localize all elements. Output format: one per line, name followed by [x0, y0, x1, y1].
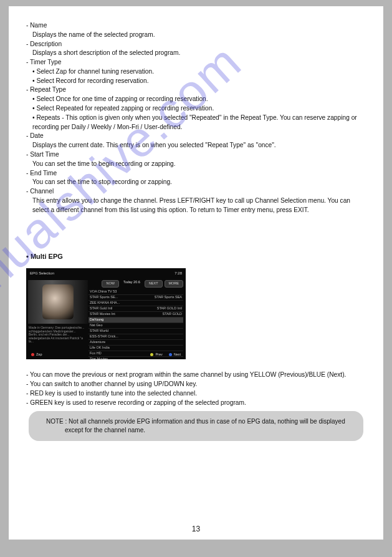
list-item: ZEE KHANA KHA... — [88, 301, 183, 306]
zap-label: Zap — [36, 352, 42, 356]
timer-type-b1: • Select Zap for channel tuning reservat… — [26, 67, 366, 77]
section-repeat-type: - Repeat Type • Select Once for one time… — [26, 85, 366, 132]
manual-page: manualshive.com - Name Displays the name… — [9, 6, 383, 540]
epg-more-button[interactable]: MORE — [165, 280, 184, 288]
name-desc: Displays the name of the selected progra… — [26, 31, 366, 40]
red-dot-icon — [31, 353, 34, 356]
blue-dot-icon — [169, 353, 172, 356]
section-name: - Name Displays the name of the selected… — [26, 21, 366, 40]
multi-epg-b1: - You can move the previous or next prog… — [26, 371, 366, 380]
repeat-type-b1: • Select Once for one time of zapping or… — [26, 95, 366, 104]
timer-type-b2: • Select Record for recording reservatio… — [26, 77, 366, 86]
list-item: STAR World — [88, 329, 183, 334]
start-time-label: - Start Time — [26, 150, 366, 160]
list-item: STAR Sports SE...STAR Sports SEA — [88, 295, 183, 301]
section-channel: - Channel This entry allows you to chang… — [26, 187, 366, 215]
channel-label: - Channel — [26, 187, 366, 196]
list-item: STAR Gold IntlSTAR GOLD Intl — [88, 306, 183, 312]
yellow-dot-icon — [150, 353, 153, 356]
multi-epg-heading: • Multi EPG — [26, 252, 366, 262]
multi-epg-b3: - RED key is used to instantly tune into… — [26, 389, 366, 399]
multi-epg-b4: - GREEN key is used to reserve recording… — [26, 399, 366, 408]
description-label: - Description — [26, 40, 366, 49]
repeat-type-b2: • Select Repeated for repeated zapping o… — [26, 104, 366, 114]
repeat-type-label: - Repeat Type — [26, 85, 366, 95]
timer-type-label: - Timer Type — [26, 58, 366, 67]
next-label: Next — [174, 352, 181, 356]
date-label: - Date — [26, 132, 366, 141]
list-item: Adventure — [88, 340, 183, 346]
start-time-desc: You can set the time to begin recording … — [26, 160, 366, 169]
date-desc: Displays the current date. This entry is… — [26, 141, 366, 150]
prev-label: Prev — [155, 352, 162, 356]
list-item: STAR Movies IntSTAR GOLD — [88, 312, 183, 317]
note-box: NOTE : Not all channels provide EPG info… — [29, 411, 363, 441]
epg-time: 7:28 — [174, 271, 182, 276]
list-item: DaYoung — [88, 317, 183, 323]
description-desc: Displays a short description of the sele… — [26, 49, 366, 58]
end-time-desc: You can set the time to stop recording o… — [26, 178, 366, 187]
page-number: 13 — [9, 524, 383, 535]
section-start-time: - Start Time You can set the time to beg… — [26, 150, 366, 169]
section-end-time: - End Time You can set the time to stop … — [26, 169, 366, 188]
list-item: ESS-STAR Crick... — [88, 334, 183, 340]
section-timer-type: - Timer Type • Select Zap for channel tu… — [26, 58, 366, 85]
repeat-type-b3: • Repeats - This option is given only wh… — [26, 114, 366, 132]
list-item: Nat Geo — [88, 323, 183, 329]
channel-desc: This entry allows you to change the chan… — [26, 196, 366, 215]
section-date: - Date Displays the current date. This e… — [26, 132, 366, 150]
epg-date-label: Today 20.6 — [123, 280, 140, 288]
list-item: Life OK India — [88, 346, 183, 351]
epg-screenshot: EPG Selection 7:28 Made in Germany: Das … — [26, 268, 186, 359]
epg-footer: Zap Prev Next — [26, 352, 186, 357]
epg-now-button[interactable]: NOW — [102, 280, 118, 288]
list-item: VOA China TV 53 — [88, 289, 183, 295]
epg-title: EPG Selection — [30, 271, 54, 276]
name-label: - Name — [26, 21, 366, 31]
epg-next-button[interactable]: NEXT — [145, 280, 163, 288]
section-description: - Description Displays a short descripti… — [26, 40, 366, 59]
end-time-label: - End Time — [26, 169, 366, 178]
epg-channel-list: VOA China TV 53 STAR Sports SE...STAR Sp… — [88, 289, 183, 359]
multi-epg-b2: - You can switch to another channel by u… — [26, 380, 366, 389]
epg-desc-text: Made in Germany: Das portugiesische...sc… — [26, 325, 88, 345]
epg-preview-image — [28, 280, 88, 324]
